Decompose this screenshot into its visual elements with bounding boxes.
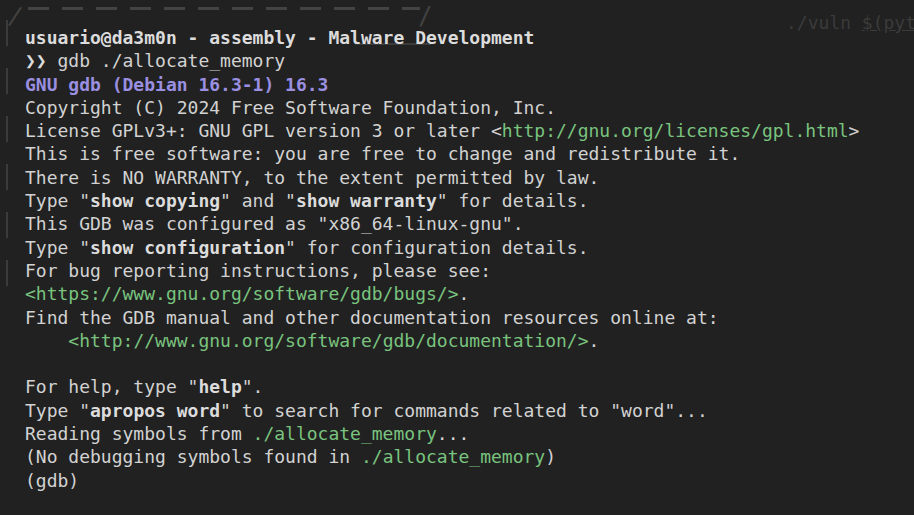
terminal-text-segment: (No debugging symbols found in [25, 446, 361, 467]
terminal-text-segment: ./allocate_memory [361, 446, 545, 467]
terminal-line: Type "show configuration" for configurat… [25, 236, 914, 259]
terminal-text-segment: ❯❯ [25, 50, 58, 71]
terminal-text-segment: ". [242, 376, 264, 397]
terminal-line: Type "apropos word" to search for comman… [25, 399, 914, 422]
terminal-text-segment: ./allocate_memory [253, 423, 437, 444]
terminal-text-segment: (gdb) [25, 470, 79, 491]
terminal-text-segment: ) [545, 446, 556, 467]
terminal-text-segment: Type " [25, 400, 90, 421]
terminal-line: Find the GDB manual and other documentat… [25, 306, 914, 329]
ascii-remnant-vertical-line [6, 20, 8, 300]
terminal-line: Reading symbols from ./allocate_memory..… [25, 422, 914, 445]
terminal-text-segment: usuario@da3m0n - assembly - Malware Deve… [25, 27, 534, 48]
ascii-remnant-slash-left: / [6, 1, 24, 31]
terminal-line: <http://www.gnu.org/software/gdb/documen… [25, 329, 914, 352]
terminal-text-segment: http://gnu.org/licenses/gpl.html [502, 120, 849, 141]
terminal-line: For help, type "help". [25, 375, 914, 398]
terminal-line: ❯❯ gdb ./allocate_memory [25, 49, 914, 72]
terminal-text-segment: For help, type " [25, 376, 198, 397]
terminal-line: GNU gdb (Debian 16.3-1) 16.3 [25, 73, 914, 96]
terminal-text-segment: Type " [25, 190, 90, 211]
ascii-remnant-dashed-line [28, 7, 420, 10]
terminal-text-segment: help [198, 376, 241, 397]
terminal-text-segment: License GPLv3+: GNU GPL version 3 or lat… [25, 120, 502, 141]
terminal-text-segment: This GDB was configured as "x86_64-linux… [25, 213, 524, 234]
terminal-text-segment: show warranty [296, 190, 437, 211]
terminal-text-segment: Type " [25, 237, 90, 258]
terminal-text-segment: apropos word [90, 400, 220, 421]
terminal-text-segment: . [458, 283, 469, 304]
terminal-text-segment: > [849, 120, 860, 141]
terminal-line: usuario@da3m0n - assembly - Malware Deve… [25, 26, 914, 49]
terminal-text-segment: For bug reporting instructions, please s… [25, 260, 491, 281]
terminal-text-segment: " to search for commands related to "wor… [220, 400, 708, 421]
terminal-text-segment: " and " [220, 190, 296, 211]
terminal-line [25, 352, 914, 375]
terminal-text-segment: " for details. [437, 190, 589, 211]
terminal-text-segment: <http://www.gnu.org/software/gdb/documen… [68, 330, 588, 351]
terminal-text-segment: Reading symbols from [25, 423, 253, 444]
terminal-line: There is NO WARRANTY, to the extent perm… [25, 166, 914, 189]
terminal-line: (gdb) [25, 469, 914, 492]
terminal-text-segment: There is NO WARRANTY, to the extent perm… [25, 167, 599, 188]
terminal-text-segment: <https://www.gnu.org/software/gdb/bugs/> [25, 283, 458, 304]
terminal-line: This GDB was configured as "x86_64-linux… [25, 212, 914, 235]
terminal-line: <https://www.gnu.org/software/gdb/bugs/>… [25, 282, 914, 305]
terminal-line: For bug reporting instructions, please s… [25, 259, 914, 282]
terminal-text-segment: This is free software: you are free to c… [25, 143, 740, 164]
terminal-line: Copyright (C) 2024 Free Software Foundat… [25, 96, 914, 119]
terminal-text-segment [25, 330, 68, 351]
terminal-text-segment: show configuration [90, 237, 285, 258]
terminal-line: Type "show copying" and "show warranty" … [25, 189, 914, 212]
terminal-output: usuario@da3m0n - assembly - Malware Deve… [25, 26, 914, 492]
terminal-text-segment: Copyright (C) 2024 Free Software Foundat… [25, 97, 556, 118]
terminal-text-segment: " for configuration details. [285, 237, 588, 258]
terminal-text-segment: Find the GDB manual and other documentat… [25, 307, 719, 328]
terminal-text-segment: ... [437, 423, 470, 444]
terminal-window[interactable]: / / ./vuln $(pyt usuario@da3m0n - assemb… [0, 0, 914, 515]
terminal-text-segment: show copying [90, 190, 220, 211]
terminal-line: (No debugging symbols found in ./allocat… [25, 445, 914, 468]
terminal-line: This is free software: you are free to c… [25, 142, 914, 165]
terminal-text-segment: GNU gdb (Debian 16.3-1) 16.3 [25, 74, 328, 95]
terminal-text-segment: . [589, 330, 600, 351]
terminal-line: License GPLv3+: GNU GPL version 3 or lat… [25, 119, 914, 142]
terminal-text-segment: gdb ./allocate_memory [58, 50, 286, 71]
